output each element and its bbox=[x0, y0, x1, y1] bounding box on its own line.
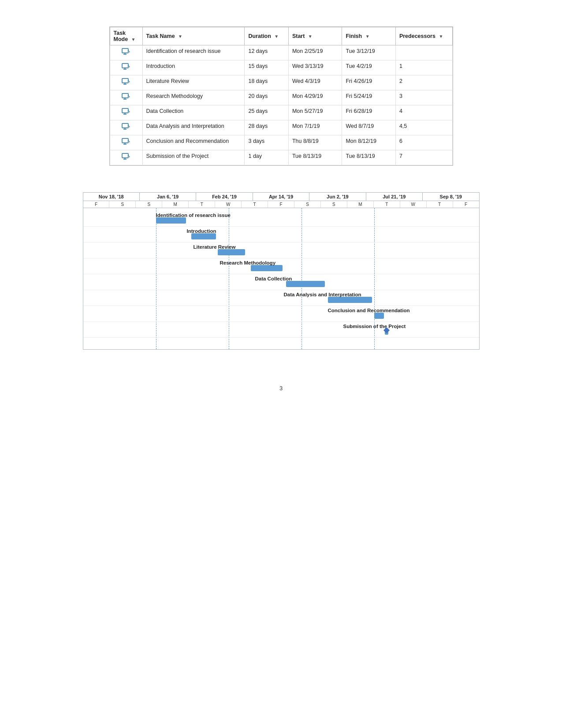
gantt-task-label: Data Analysis and Interpretation bbox=[284, 292, 361, 297]
gantt-month-row: Nov 18, '18Jan 6, '19Feb 24, '19Apr 14, … bbox=[83, 193, 479, 201]
task-start-cell: Wed 3/13/19 bbox=[288, 60, 342, 75]
table-row: Data Collection25 daysMon 5/27/19Fri 6/2… bbox=[110, 105, 452, 120]
gantt-task-bar bbox=[328, 297, 372, 303]
task-start-cell: Mon 4/29/19 bbox=[288, 90, 342, 105]
task-start-cell: Thu 8/8/19 bbox=[288, 135, 342, 150]
gantt-task-row: Identification of research issue bbox=[83, 212, 479, 227]
task-predecessors-cell bbox=[395, 45, 452, 60]
gantt-task-label: Data Collection bbox=[255, 276, 292, 281]
gantt-task-bar bbox=[191, 233, 216, 239]
task-mode-icon bbox=[122, 48, 130, 57]
svg-rect-20 bbox=[122, 123, 128, 128]
task-mode-icon bbox=[122, 78, 130, 87]
table-row: Literature Review18 daysWed 4/3/19Fri 4/… bbox=[110, 75, 452, 90]
gantt-task-row: Research Methodology bbox=[83, 259, 479, 274]
task-mode-cell bbox=[110, 105, 142, 120]
gantt-task-row: Data Collection bbox=[83, 275, 479, 290]
gantt-task-bar bbox=[156, 217, 186, 224]
col-task-name[interactable]: Task Name ▼ bbox=[142, 27, 245, 45]
task-finish-cell: Tue 3/12/19 bbox=[342, 45, 396, 60]
gantt-task-row: Data Analysis and Interpretation bbox=[83, 291, 479, 306]
gantt-task-row: Conclusion and Recommendation bbox=[83, 307, 479, 322]
gantt-month-label: Sep 8, '19 bbox=[423, 193, 479, 201]
gantt-day-label: F bbox=[268, 201, 294, 208]
gantt-task-bar bbox=[218, 249, 245, 255]
task-finish-cell: Mon 8/12/19 bbox=[342, 135, 396, 150]
table-row: Conclusion and Recommendation3 daysThu 8… bbox=[110, 135, 452, 150]
task-mode-cell bbox=[110, 150, 142, 165]
task-start-cell: Mon 2/25/19 bbox=[288, 45, 342, 60]
gantt-task-row: Literature Review bbox=[83, 243, 479, 258]
gantt-task-bar bbox=[286, 281, 325, 287]
gantt-day-row: FSSMTWTFSSMTWTF bbox=[83, 201, 479, 208]
task-mode-cell bbox=[110, 45, 142, 60]
task-predecessors-cell: 6 bbox=[395, 135, 452, 150]
gantt-task-label: Research Methodology bbox=[220, 260, 276, 265]
gantt-day-label: F bbox=[83, 201, 110, 208]
svg-rect-4 bbox=[122, 63, 128, 68]
gantt-task-row: Introduction bbox=[83, 228, 479, 243]
task-table: TaskMode ▼ Task Name ▼ Duration ▼ Start … bbox=[110, 27, 453, 165]
col-start[interactable]: Start ▼ bbox=[288, 27, 342, 45]
task-duration-cell: 18 days bbox=[245, 75, 288, 90]
task-name-cell: Introduction bbox=[142, 60, 245, 75]
task-predecessors-cell: 3 bbox=[395, 90, 452, 105]
gantt-task-label: Introduction bbox=[187, 228, 216, 234]
task-finish-cell: Fri 5/24/19 bbox=[342, 90, 396, 105]
gantt-day-label: S bbox=[109, 201, 136, 208]
col-predecessors[interactable]: Predecessors ▼ bbox=[395, 27, 452, 45]
gantt-task-label: Literature Review bbox=[194, 244, 236, 250]
gantt-month-label: Jan 6, '19 bbox=[140, 193, 196, 201]
task-name-cell: Identification of research issue bbox=[142, 45, 245, 60]
col-duration[interactable]: Duration ▼ bbox=[245, 27, 288, 45]
task-duration-cell: 28 days bbox=[245, 120, 288, 135]
task-predecessors-cell: 2 bbox=[395, 75, 452, 90]
gantt-task-label: Submission of the Project bbox=[343, 324, 406, 329]
table-row: Identification of research issue12 daysM… bbox=[110, 45, 452, 60]
svg-rect-16 bbox=[122, 108, 128, 113]
task-name-cell: Literature Review bbox=[142, 75, 245, 90]
gantt-day-label: S bbox=[294, 201, 321, 208]
task-finish-cell: Tue 4/2/19 bbox=[342, 60, 396, 75]
task-finish-cell: Wed 8/7/19 bbox=[342, 120, 396, 135]
task-predecessors-cell: 4 bbox=[395, 105, 452, 120]
task-name-cell: Data Analysis and Interpretation bbox=[142, 120, 245, 135]
task-predecessors-cell: 4,5 bbox=[395, 120, 452, 135]
gantt-month-label: Jun 2, '19 bbox=[309, 193, 366, 201]
gantt-month-label: Jul 21, '19 bbox=[366, 193, 423, 201]
task-start-cell: Tue 8/13/19 bbox=[288, 150, 342, 165]
task-finish-cell: Tue 8/13/19 bbox=[342, 150, 396, 165]
gantt-month-label: Nov 18, '18 bbox=[83, 193, 140, 201]
task-predecessors-cell: 7 bbox=[395, 150, 452, 165]
col-task-mode[interactable]: TaskMode ▼ bbox=[110, 27, 142, 45]
gantt-day-label: T bbox=[427, 201, 453, 208]
task-mode-cell bbox=[110, 75, 142, 90]
col-finish[interactable]: Finish ▼ bbox=[342, 27, 396, 45]
task-mode-cell bbox=[110, 60, 142, 75]
task-duration-cell: 15 days bbox=[245, 60, 288, 75]
task-duration-cell: 3 days bbox=[245, 135, 288, 150]
svg-rect-24 bbox=[122, 138, 128, 143]
gantt-body: Identification of research issueIntroduc… bbox=[83, 208, 479, 349]
gantt-task-label: Conclusion and Recommendation bbox=[328, 308, 410, 313]
gantt-day-label: W bbox=[400, 201, 427, 208]
task-name-cell: Submission of the Project bbox=[142, 150, 245, 165]
gantt-day-label: M bbox=[347, 201, 374, 208]
svg-rect-12 bbox=[122, 93, 128, 98]
task-duration-cell: 1 day bbox=[245, 150, 288, 165]
task-mode-cell bbox=[110, 135, 142, 150]
table-row: Introduction15 daysWed 3/13/19Tue 4/2/19… bbox=[110, 60, 452, 75]
task-name-cell: Research Methodology bbox=[142, 90, 245, 105]
gantt-chart: Nov 18, '18Jan 6, '19Feb 24, '19Apr 14, … bbox=[83, 192, 480, 350]
gantt-day-label: T bbox=[374, 201, 400, 208]
svg-rect-28 bbox=[122, 153, 128, 158]
task-predecessors-cell: 1 bbox=[395, 60, 452, 75]
task-mode-icon bbox=[122, 123, 130, 132]
svg-rect-8 bbox=[122, 78, 128, 83]
task-duration-cell: 12 days bbox=[245, 45, 288, 60]
task-mode-icon bbox=[122, 63, 130, 72]
table-row: Submission of the Project1 dayTue 8/13/1… bbox=[110, 150, 452, 165]
task-name-cell: Data Collection bbox=[142, 105, 245, 120]
task-table-wrapper: TaskMode ▼ Task Name ▼ Duration ▼ Start … bbox=[109, 26, 453, 166]
task-mode-icon bbox=[122, 153, 130, 162]
